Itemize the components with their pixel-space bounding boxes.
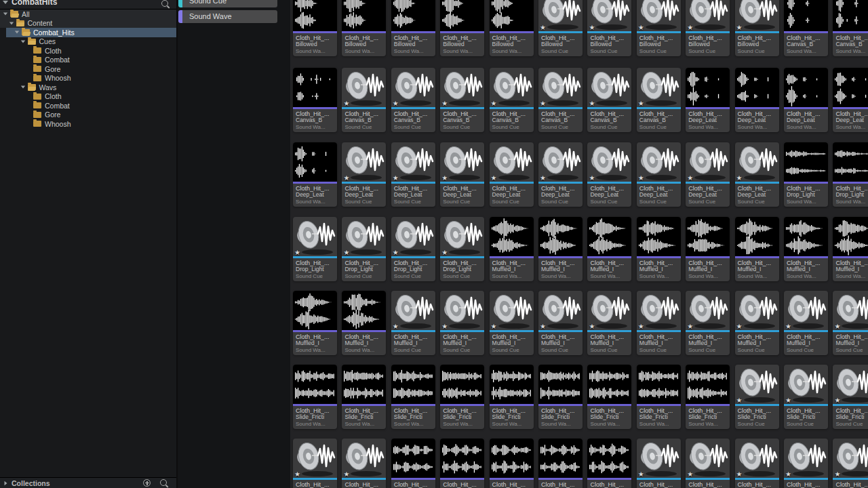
folder-tree-item-combat[interactable]: Combat: [0, 101, 176, 110]
folder-tree-item-gore[interactable]: Gore: [0, 110, 176, 120]
collections-bar[interactable]: Collections: [0, 477, 176, 488]
chevron-down-icon[interactable]: [3, 13, 7, 16]
collapse-sources-icon[interactable]: [3, 1, 8, 4]
sound-wave-tile[interactable]: Cloth_Hit_... Muffled_I Sound Wa...: [490, 217, 534, 281]
folder-tree-item-wavs[interactable]: Wavs: [0, 83, 176, 92]
sound-wave-tile[interactable]: Cloth_Hit_... Slide_Fricti Sound Wa...: [342, 365, 386, 429]
sound-wave-tile[interactable]: Cloth_Hit_... Sound Wa...: [490, 439, 534, 488]
sound-cue-tile[interactable]: ★ Cloth_Hit_... Drop_Light Sound Cue: [293, 217, 337, 281]
sound-cue-tile[interactable]: ★ Cloth_Hit_... Deep_Leat Sound Cue: [490, 142, 534, 207]
sound-cue-tile[interactable]: ★ Cloth_Hit_... Billowed Sound Cue: [735, 0, 779, 56]
sound-wave-tile[interactable]: Cloth_Hit_... Slide_Fricti Sound Wa...: [490, 365, 534, 429]
sound-wave-tile[interactable]: Cloth_Hit_... Slide_Fricti Sound Wa...: [637, 365, 681, 429]
folder-tree-item-cloth[interactable]: Cloth: [0, 92, 176, 102]
sound-cue-tile[interactable]: ★ Cloth_Hit_... Slide_Fricti Sound Cue: [833, 365, 868, 429]
sound-wave-tile[interactable]: Cloth_Hit_... Sound Wa...: [538, 439, 583, 488]
sound-cue-tile[interactable]: ★ Cloth_Hit_... Deep_Leat Sound Cue: [391, 142, 435, 207]
sound-wave-tile[interactable]: Cloth_Hit_... Slide_Fricti Sound Wa...: [686, 365, 730, 429]
sound-wave-tile[interactable]: Cloth_Hit_... Drop_Light Sound Wa...: [833, 142, 868, 207]
sound-cue-tile[interactable]: ★ Cloth_Hit_... Canvas_B Sound Cue: [538, 68, 583, 132]
sound-wave-tile[interactable]: Cloth_Hit_... Deep_Leat Sound Wa...: [784, 68, 828, 132]
sound-wave-tile[interactable]: Cloth_Hit_... Muffled_I Sound Wa...: [538, 217, 583, 281]
sound-wave-tile[interactable]: Cloth_Hit_... Muffled_I Sound Wa...: [735, 217, 779, 281]
sound-wave-tile[interactable]: Cloth_Hit_... Muffled_I Sound Wa...: [342, 291, 386, 355]
sound-cue-tile[interactable]: ★ Cloth_Hit_... Muffled_I Sound Cue: [490, 291, 534, 355]
sound-wave-tile[interactable]: Cloth_Hit_... Drop_Light Sound Wa...: [784, 142, 828, 207]
sound-wave-tile[interactable]: Cloth_Hit_... Billowed Sound Wa...: [293, 0, 337, 56]
sound-cue-tile[interactable]: ★ Cloth_Hit_... Slide_Fricti Sound Cue: [784, 365, 828, 429]
sound-wave-tile[interactable]: Cloth_Hit_... Slide_Fricti Sound Wa...: [440, 365, 484, 429]
sound-cue-tile[interactable]: ★ Cloth_Hit_... Muffled_I Sound Cue: [637, 291, 681, 355]
sound-cue-tile[interactable]: ★ Cloth_Hit_... Sound Cue: [342, 439, 386, 488]
sound-wave-tile[interactable]: Cloth_Hit_... Sound Wa...: [440, 439, 484, 488]
folder-tree-item-combat_hits[interactable]: Combat_Hits: [6, 28, 176, 37]
sound-wave-tile[interactable]: Cloth_Hit_... Billowed Sound Wa...: [490, 0, 534, 56]
sound-wave-tile[interactable]: Cloth_Hit_... Slide_Fricti Sound Wa...: [391, 365, 435, 429]
sound-cue-tile[interactable]: ★ Cloth_Hit_... Drop_Light Sound Cue: [342, 217, 386, 281]
sound-wave-tile[interactable]: Cloth_Hit_... Muffled_I Sound Wa...: [686, 217, 730, 281]
sound-cue-tile[interactable]: ★ Cloth_Hit_... Sound Cue: [784, 439, 828, 488]
sound-cue-tile[interactable]: ★ Cloth_Hit_... Canvas_B Sound Cue: [391, 68, 435, 132]
sound-cue-tile[interactable]: ★ Cloth_Hit_... Sound Cue: [637, 439, 681, 488]
sound-wave-tile[interactable]: Cloth_Hit_... Billowed Sound Wa...: [391, 0, 435, 56]
sound-wave-tile[interactable]: Cloth_Hit_... Muffled_I Sound Wa...: [587, 217, 631, 281]
sound-cue-tile[interactable]: ★ Cloth_Hit_... Canvas_B Sound Cue: [440, 68, 484, 132]
sound-cue-tile[interactable]: ★ Cloth_Hit_... Deep_Leat Sound Cue: [686, 142, 730, 207]
sound-cue-tile[interactable]: ★ Cloth_Hit_... Billowed Sound Cue: [686, 0, 730, 56]
add-collection-icon[interactable]: [143, 479, 151, 487]
folder-tree-item-all[interactable]: All: [0, 9, 176, 19]
sound-cue-tile[interactable]: ★ Cloth_Hit_... Muffled_I Sound Cue: [686, 291, 730, 355]
sound-wave-tile[interactable]: Cloth_Hit_... Muffled_I Sound Wa...: [784, 217, 828, 281]
expand-collections-icon[interactable]: [5, 481, 7, 485]
sound-cue-tile[interactable]: ★ Cloth_Hit_... Sound Cue: [833, 439, 868, 488]
sound-cue-tile[interactable]: ★ Cloth_Hit_... Drop_Light Sound Cue: [440, 217, 484, 281]
folder-tree-item-cloth[interactable]: Cloth: [0, 46, 176, 56]
filter-pill-sound-wave[interactable]: Sound Wave: [178, 10, 277, 23]
sound-cue-tile[interactable]: ★ Cloth_Hit_... Muffled_I Sound Cue: [784, 291, 828, 355]
sound-wave-tile[interactable]: Cloth_Hit_... Billowed Sound Wa...: [342, 0, 386, 56]
search-folders-icon[interactable]: [161, 0, 168, 7]
sound-cue-tile[interactable]: ★ Cloth_Hit_... Sound Cue: [293, 439, 337, 488]
folder-tree-item-gore[interactable]: Gore: [0, 64, 176, 74]
folder-tree-item-whoosh[interactable]: Whoosh: [0, 119, 176, 129]
sound-cue-tile[interactable]: ★ Cloth_Hit_... Deep_Leat Sound Cue: [538, 142, 583, 207]
sound-cue-tile[interactable]: ★ Cloth_Hit_... Muffled_I Sound Cue: [440, 291, 484, 355]
sound-cue-tile[interactable]: ★ Cloth_Hit_... Muffled_I Sound Cue: [391, 291, 435, 355]
sound-cue-tile[interactable]: ★ Cloth_Hit_... Deep_Leat Sound Cue: [342, 142, 386, 207]
sound-wave-tile[interactable]: Cloth_Hit_... Canvas_B Sound Wa...: [833, 0, 868, 56]
folder-tree-item-cues[interactable]: Cues: [0, 37, 176, 47]
sound-cue-tile[interactable]: ★ Cloth_Hit_... Billowed Sound Cue: [587, 0, 631, 56]
filter-pill-sound-cue[interactable]: Sound Cue: [178, 0, 277, 7]
sound-cue-tile[interactable]: ★ Cloth_Hit_... Muffled_I Sound Cue: [587, 291, 631, 355]
sound-cue-tile[interactable]: ★ Cloth_Hit_... Muffled_I Sound Cue: [833, 291, 868, 355]
sound-wave-tile[interactable]: Cloth_Hit_... Slide_Fricti Sound Wa...: [587, 365, 631, 429]
sound-cue-tile[interactable]: ★ Cloth_Hit_... Canvas_B Sound Cue: [637, 68, 681, 132]
search-collections-icon[interactable]: [160, 479, 167, 486]
sound-cue-tile[interactable]: ★ Cloth_Hit_... Sound Cue: [686, 439, 730, 488]
sound-wave-tile[interactable]: Cloth_Hit_... Muffled_I Sound Wa...: [637, 217, 681, 281]
sound-cue-tile[interactable]: ★ Cloth_Hit_... Sound Cue: [735, 439, 779, 488]
sound-wave-tile[interactable]: Cloth_Hit_... Sound Wa...: [391, 439, 435, 488]
sound-cue-tile[interactable]: ★ Cloth_Hit_... Slide_Fricti Sound Cue: [735, 365, 779, 429]
sound-cue-tile[interactable]: ★ Cloth_Hit_... Drop_Light Sound Cue: [391, 217, 435, 281]
sound-wave-tile[interactable]: Cloth_Hit_... Muffled_I Sound Wa...: [293, 291, 337, 355]
sound-wave-tile[interactable]: Cloth_Hit_... Deep_Leat Sound Wa...: [833, 68, 868, 132]
chevron-down-icon[interactable]: [20, 40, 24, 43]
sound-wave-tile[interactable]: Cloth_Hit_... Slide_Fricti Sound Wa...: [538, 365, 583, 429]
sound-wave-tile[interactable]: Cloth_Hit_... Billowed Sound Wa...: [440, 0, 484, 56]
sound-cue-tile[interactable]: ★ Cloth_Hit_... Muffled_I Sound Cue: [735, 291, 779, 355]
chevron-down-icon[interactable]: [15, 31, 19, 34]
sound-cue-tile[interactable]: ★ Cloth_Hit_... Billowed Sound Cue: [637, 0, 681, 56]
sound-wave-tile[interactable]: Cloth_Hit_... Canvas_B Sound Wa...: [293, 68, 337, 132]
sound-wave-tile[interactable]: Cloth_Hit_... Canvas_B Sound Wa...: [784, 0, 828, 56]
sound-wave-tile[interactable]: Cloth_Hit_... Deep_Leat Sound Wa...: [686, 68, 730, 132]
sound-cue-tile[interactable]: ★ Cloth_Hit_... Deep_Leat Sound Cue: [587, 142, 631, 207]
sound-cue-tile[interactable]: ★ Cloth_Hit_... Deep_Leat Sound Cue: [440, 142, 484, 207]
sound-cue-tile[interactable]: ★ Cloth_Hit_... Deep_Leat Sound Cue: [735, 142, 779, 207]
chevron-down-icon[interactable]: [9, 22, 13, 24]
folder-tree-item-combat[interactable]: Combat: [0, 56, 176, 65]
sound-cue-tile[interactable]: ★ Cloth_Hit_... Canvas_B Sound Cue: [490, 68, 534, 132]
sound-cue-tile[interactable]: ★ Cloth_Hit_... Canvas_B Sound Cue: [342, 68, 386, 132]
sound-cue-tile[interactable]: ★ Cloth_Hit_... Billowed Sound Cue: [538, 0, 583, 56]
folder-tree-item-content[interactable]: Content: [0, 19, 176, 28]
